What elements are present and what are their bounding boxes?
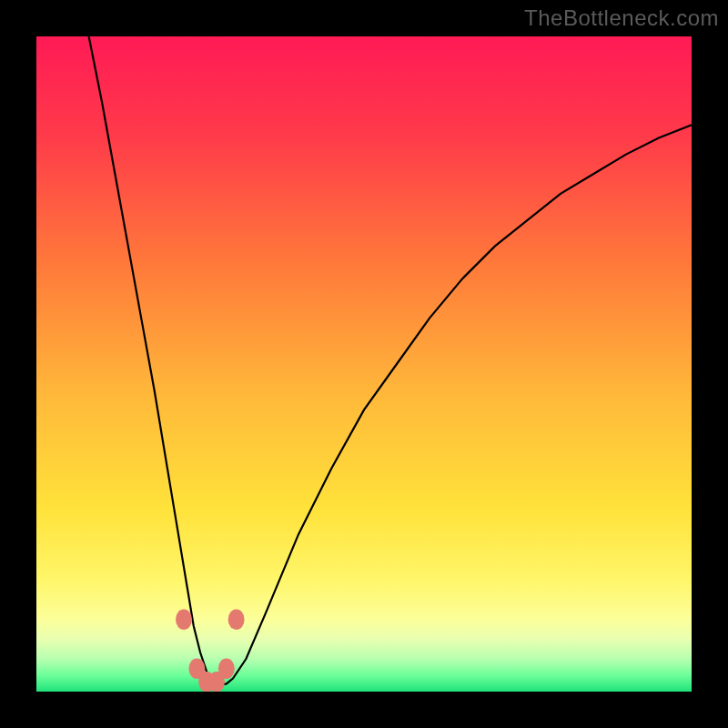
chart-svg xyxy=(36,36,692,692)
curve-marker xyxy=(176,610,192,631)
curve-marker xyxy=(228,610,245,631)
gradient-background xyxy=(36,36,692,692)
curve-marker xyxy=(208,672,225,692)
plot-area xyxy=(36,36,692,692)
chart-frame: TheBottleneck.com xyxy=(0,0,728,728)
watermark-text: TheBottleneck.com xyxy=(524,5,719,31)
